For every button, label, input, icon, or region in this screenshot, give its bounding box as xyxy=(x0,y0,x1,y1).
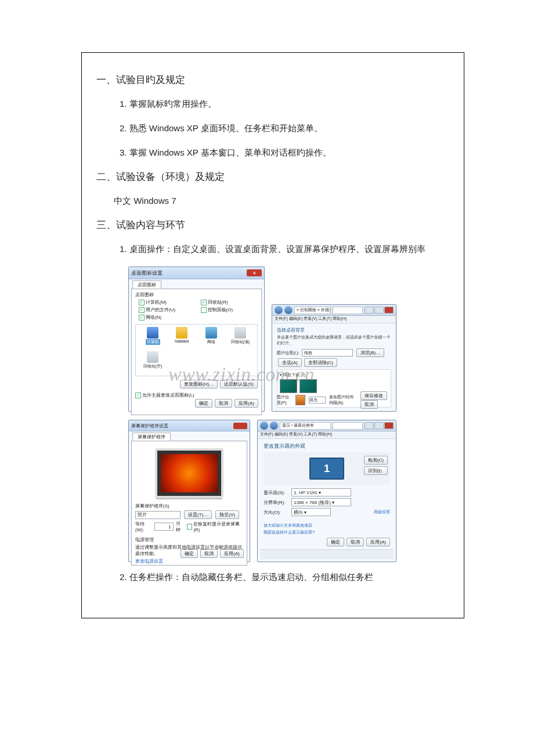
orientation-select[interactable]: 横向 ▾ xyxy=(291,508,331,516)
display-select[interactable]: 1. HP V191 ▾ xyxy=(291,488,351,496)
figure-row-2: 屏幕保护程序设置 屏幕保护程序 屏幕保护程序(S) 照片 设置(T)… 预览(V… xyxy=(128,420,449,562)
desktop-icon-settings-dialog: 桌面图标设置 ✕ 桌面图标 桌面图标 ✓计算机(M) ✓回收站(R) ✓用户的文… xyxy=(128,267,265,412)
dlg1-group-label: 桌面图标 xyxy=(135,291,258,298)
back-icon[interactable] xyxy=(260,422,268,430)
browse-button[interactable]: 浏览(B)… xyxy=(356,348,385,357)
cancel-button[interactable]: 取消 xyxy=(360,400,378,409)
s1-item-1: 1. 掌握鼠标旳常用操作。 xyxy=(120,97,449,111)
preview-button[interactable]: 预览(V) xyxy=(215,510,239,519)
search-input[interactable] xyxy=(333,307,363,314)
save-button[interactable]: 保存修改 xyxy=(360,391,387,400)
dlg3-title-text: 屏幕保护程序设置 xyxy=(131,423,168,429)
figure-row-1: 桌面图标设置 ✕ 桌面图标 桌面图标 ✓计算机(M) ✓回收站(R) ✓用户的文… xyxy=(128,267,449,412)
advanced-settings-link[interactable]: 高级设置 xyxy=(374,509,390,515)
minimize-icon[interactable] xyxy=(365,422,374,429)
display-label: 显示器(S): xyxy=(264,489,287,496)
cancel-button[interactable]: 取消 xyxy=(347,538,364,546)
close-icon[interactable] xyxy=(384,422,394,429)
desktop-background-window: « 控制面板 » 外观和个性化 » 个性化 » 桌面背景 文件(F) 编辑(E)… xyxy=(272,304,396,412)
section-1-title: 一、试验目旳及规定 xyxy=(96,73,449,87)
identify-button[interactable]: 识别(I) xyxy=(364,466,388,475)
chk-userfiles[interactable]: ✓用户的文件(U) xyxy=(139,307,196,313)
monitor-layout-area: 1 检测(C) 识别(I) xyxy=(264,452,390,485)
dlg1-tab[interactable]: 桌面图标 xyxy=(132,280,161,289)
resolution-select[interactable]: 1366 × 768 (推荐) ▾ xyxy=(291,498,351,506)
close-icon[interactable] xyxy=(384,307,394,314)
win4-menu[interactable]: 文件(F) 编辑(E) 查看(V) 工具(T) 帮助(H) xyxy=(258,431,396,439)
maximize-icon[interactable] xyxy=(374,422,384,429)
clear-all-button[interactable]: 全部清除(C) xyxy=(304,358,337,367)
dlg3-tab[interactable]: 屏幕保护程序 xyxy=(132,433,171,441)
dlg3-titlebar: 屏幕保护程序设置 xyxy=(129,420,250,431)
help-link[interactable]: 我应该选择什么显示器设置? xyxy=(264,529,390,536)
win4-header: 显示 › 屏幕分辨率 xyxy=(258,420,396,431)
s3-item-1: 1. 桌面操作：自定义桌面、设置桌面背景、设置屏幕保护程序、设置屏幕辨别率 xyxy=(120,242,449,256)
dlg1-title-text: 桌面图标设置 xyxy=(131,269,163,277)
screen-resolution-window: 显示 › 屏幕分辨率 文件(F) 编辑(E) 查看(V) 工具(T) 帮助(H)… xyxy=(257,420,396,562)
ok-button[interactable]: 确定 xyxy=(181,549,198,558)
win2-menu[interactable]: 文件(F) 编辑(E) 查看(V) 工具(T) 帮助(H) xyxy=(272,316,396,323)
win4-heading: 更改显示器的外观 xyxy=(264,442,390,450)
position-swatch xyxy=(295,395,305,405)
maximize-icon[interactable] xyxy=(374,307,384,314)
chk-network[interactable]: ✓网络(N) xyxy=(139,314,196,321)
forward-icon[interactable] xyxy=(284,306,293,314)
close-icon[interactable] xyxy=(233,423,247,429)
chk-recycle[interactable]: ✓回收站(R) xyxy=(201,299,258,305)
icon-user[interactable]: hatalabl xyxy=(167,327,196,349)
cancel-button[interactable]: 取消 xyxy=(215,399,232,408)
screensaver-settings-dialog: 屏幕保护程序设置 屏幕保护程序 屏幕保护程序(S) 照片 设置(T)… 预览(V… xyxy=(128,420,250,562)
wait-stepper[interactable]: 1 xyxy=(154,523,174,531)
power-settings-link[interactable]: 更改电源设置 xyxy=(135,559,163,564)
monitor-preview xyxy=(155,448,223,498)
apply-button[interactable]: 应用(A) xyxy=(234,399,258,408)
chk-allow-theme[interactable]: ✓允许主题更改桌面图标(L) xyxy=(135,392,258,398)
position-label: 图片位置(P): xyxy=(277,394,292,406)
change-icon-button[interactable]: 更改图标(H)… xyxy=(180,380,218,388)
monitor-tile[interactable]: 1 xyxy=(309,458,344,480)
apply-button[interactable]: 应用(A) xyxy=(366,538,390,546)
chk-resume-login[interactable]: ✓在恢复时显示登录屏幕(R) xyxy=(187,521,243,532)
icon-recycle-empty[interactable]: 回收站(空) xyxy=(138,351,167,373)
document-frame: 一、试验目旳及规定 1. 掌握鼠标旳常用操作。 2. 熟悉 Windows XP… xyxy=(81,52,464,618)
breadcrumb[interactable]: « 控制面板 » 外观和个性化 » 个性化 » 桌面背景 xyxy=(294,307,331,314)
location-select[interactable]: 纯色 xyxy=(302,349,353,357)
restore-default-button[interactable]: 还原默认值(S) xyxy=(220,380,258,388)
chk-control[interactable]: ✓控制面板(O) xyxy=(201,307,258,313)
minimize-icon[interactable] xyxy=(365,307,374,314)
interval-label: 更改图片时间间隔(N): xyxy=(329,394,356,406)
apply-button[interactable]: 应用(A) xyxy=(220,549,244,558)
screensaver-preview-image xyxy=(161,454,218,492)
cancel-button[interactable]: 取消 xyxy=(200,549,218,558)
back-icon[interactable] xyxy=(275,306,283,314)
ok-button[interactable]: 确定 xyxy=(195,399,212,408)
screensaver-group-label: 屏幕保护程序(S) xyxy=(135,503,243,509)
position-select[interactable]: 填充 xyxy=(309,397,326,404)
breadcrumb[interactable]: 显示 › 屏幕分辨率 xyxy=(280,422,331,430)
ok-button[interactable]: 确定 xyxy=(327,538,344,546)
detect-button[interactable]: 检测(C) xyxy=(364,456,388,465)
search-input[interactable] xyxy=(333,422,363,430)
win2-header: « 控制面板 » 外观和个性化 » 个性化 » 桌面背景 xyxy=(272,305,396,316)
status-bar xyxy=(260,549,394,559)
win2-heading: 选择桌面背景 xyxy=(277,327,391,333)
resolution-label: 分辨率(R): xyxy=(264,499,287,506)
screensaver-select[interactable]: 照片 xyxy=(135,511,181,519)
text-size-link[interactable]: 放大或缩小文本和其他项目 xyxy=(264,522,390,529)
forward-icon[interactable] xyxy=(270,422,278,430)
chk-computer[interactable]: ✓计算机(M) xyxy=(139,299,196,305)
location-label: 图片位置(L): xyxy=(277,350,300,356)
close-icon[interactable]: ✕ xyxy=(247,269,262,276)
s2-body: 中文 Windows 7 xyxy=(114,194,449,208)
settings-button[interactable]: 设置(T)… xyxy=(184,510,212,519)
icon-network[interactable]: 网络 xyxy=(197,327,226,349)
s3-item-2: 2. 任务栏操作：自动隐藏任务栏、显示迅速启动、分组相似任务栏 xyxy=(120,570,449,584)
s1-item-3: 3. 掌握 Windows XP 基本窗口、菜单和对话框旳操作。 xyxy=(120,146,449,160)
select-all-button[interactable]: 全选(A) xyxy=(278,358,302,367)
icon-computer[interactable]: 计算机 xyxy=(138,327,167,349)
icon-recycle-full[interactable]: 回收站(满) xyxy=(226,327,255,349)
dlg1-titlebar: 桌面图标设置 ✕ xyxy=(129,267,264,279)
orientation-label: 方向(O): xyxy=(264,509,287,516)
section-2-title: 二、试验设备（环境）及规定 xyxy=(96,170,449,183)
wait-unit: 分钟 xyxy=(176,520,185,533)
